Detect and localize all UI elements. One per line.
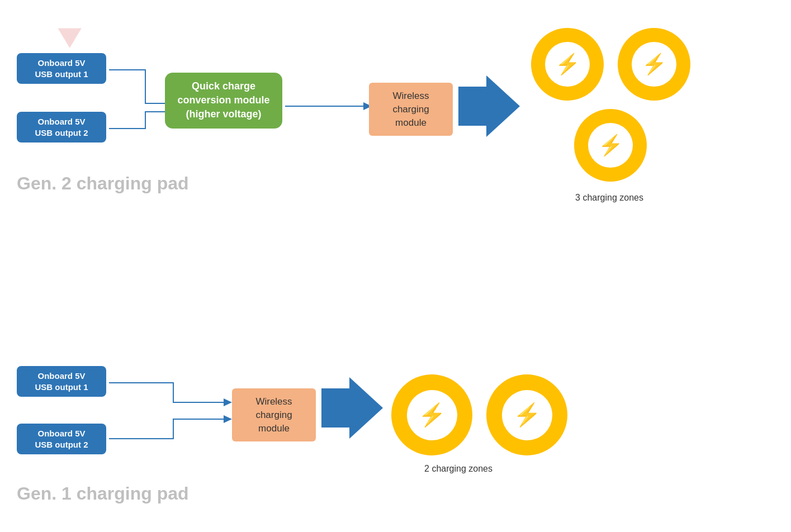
gen2-usb2: Onboard 5VUSB output 2 [17, 112, 106, 142]
gen1-wireless-module: Wirelesschargingmodule [232, 388, 316, 441]
gen1-zones-label: 2 charging zones [402, 464, 514, 474]
gen1-usb1: Onboard 5VUSB output 1 [17, 366, 106, 397]
gen2-charging-zone-1: ⚡ [531, 28, 604, 101]
svg-marker-7 [321, 377, 383, 439]
gen2-charging-zone-2: ⚡ [618, 28, 690, 101]
gen1-charging-zone-1: ⚡ [391, 374, 472, 455]
gen2-charging-zone-3: ⚡ [574, 109, 647, 182]
gen1-label: Gen. 1 charging pad [17, 483, 189, 504]
gen2-wireless-module: Wirelesschargingmodule [369, 83, 453, 136]
gen2-label: Gen. 2 charging pad [17, 173, 189, 194]
gen1-charging-zone-2: ⚡ [486, 374, 567, 455]
watermark-logo: ▼ [50, 17, 89, 55]
svg-marker-4 [458, 75, 520, 137]
svg-marker-6 [224, 415, 232, 423]
gen1-usb2: Onboard 5VUSB output 2 [17, 424, 106, 454]
gen2-usb1: Onboard 5VUSB output 1 [17, 53, 106, 84]
gen2-zones-label: 3 charging zones [553, 193, 665, 203]
svg-marker-5 [224, 398, 232, 406]
gen2-conversion-module: Quick chargeconversion module(higher vol… [165, 73, 282, 129]
